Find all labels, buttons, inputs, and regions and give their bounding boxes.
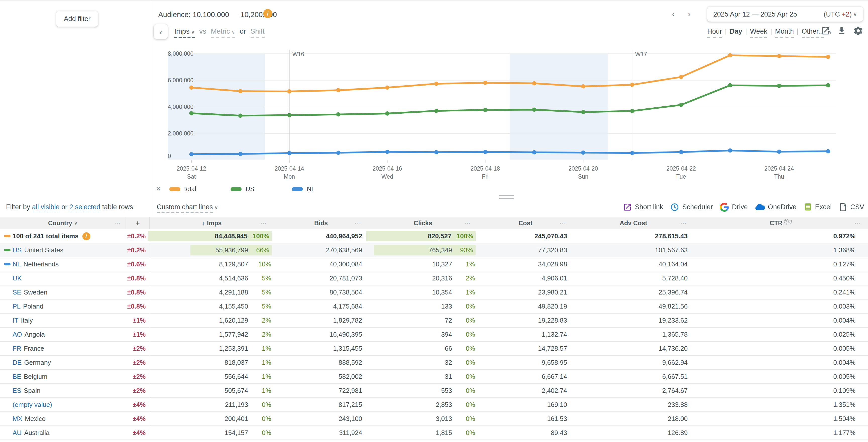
adv-cost-cell: 126.89 — [573, 426, 694, 440]
column-header-clicks[interactable]: Clicks ⋯ — [368, 217, 478, 229]
country-name: France — [24, 345, 44, 352]
shortlink-icon — [623, 202, 632, 211]
secondary-metric-dropdown[interactable]: Metric∨ — [211, 27, 235, 38]
country-code-link[interactable]: FR — [12, 345, 21, 352]
formula-icon: f(x) — [784, 218, 792, 224]
granularity-month[interactable]: Month — [775, 28, 794, 38]
table-row[interactable]: FRFrance±2%1,253,3911%1,315,455660%14,72… — [0, 342, 868, 356]
table-row[interactable]: ESSpain±2%505,6741%722,9815530%2,402.742… — [0, 384, 868, 398]
adv-cost-cell: 49,821.56 — [573, 300, 694, 313]
country-name: Spain — [24, 387, 41, 394]
adv-cost-cell: 40,164.04 — [573, 258, 694, 271]
column-menu-icon[interactable]: ⋯ — [260, 219, 267, 227]
table-row[interactable]: BEBelgium±2%556,6441%582,002310%6,667.14… — [0, 370, 868, 384]
delta-value: ±0.8% — [127, 288, 146, 296]
column-header-cost[interactable]: Cost ⋯ — [478, 217, 573, 229]
excel-button[interactable]: Excel — [803, 203, 832, 211]
close-icon[interactable]: ✕ — [156, 185, 161, 193]
table-row[interactable]: PLPoland±0.8%4,155,4505%4,175,6841330%49… — [0, 300, 868, 313]
prev-period-button[interactable]: ‹ — [670, 9, 677, 19]
country-code-link[interactable]: IT — [12, 316, 18, 324]
filter-selected-link[interactable]: 2 selected — [69, 203, 100, 212]
table-row[interactable]: NLNetherlands±0.6%8,129,80710%40,300,084… — [0, 258, 868, 271]
country-code-link[interactable]: MX — [12, 415, 22, 422]
date-range-picker[interactable]: 2025 Apr 12 — 2025 Apr 25 (UTC +2) ∨ — [707, 6, 863, 22]
svg-text:2025-04-20: 2025-04-20 — [568, 165, 598, 172]
utc-offset: (UTC +2) — [824, 10, 852, 18]
collapse-panel-button[interactable]: ‹ — [154, 24, 168, 39]
svg-text:2025-04-22: 2025-04-22 — [666, 165, 696, 172]
add-filter-button[interactable]: Add filter — [56, 11, 98, 27]
open-in-new-icon[interactable] — [821, 26, 830, 36]
granularity-week[interactable]: Week — [750, 28, 767, 38]
csv-button[interactable]: CSV — [839, 203, 864, 211]
table-row[interactable]: AOAngola±1%1,577,9422%16,490,3953940%1,1… — [0, 328, 868, 342]
table-row[interactable]: AUAustralia±4%154,1570%311,9241,8150%89.… — [0, 426, 868, 440]
info-icon[interactable]: i — [263, 9, 272, 18]
timeseries-chart[interactable]: 02,000,0004,000,0006,000,0008,000,000W16… — [151, 43, 868, 186]
short-link-button[interactable]: Short link — [623, 202, 663, 211]
table-row[interactable]: USUnited States±0.2%55,936,79966%270,638… — [0, 243, 868, 258]
granularity-day[interactable]: Day — [730, 28, 742, 37]
country-code-link[interactable]: SE — [12, 288, 21, 296]
onedrive-icon — [755, 203, 765, 211]
table-row[interactable]: (empty value)±4%211,1930%817,2152,8530%1… — [0, 398, 868, 412]
column-header-country[interactable]: Country∨ ⋯ — [0, 217, 126, 229]
table-row[interactable]: 100 of 241 total itemsi±0.2%84,448,94510… — [0, 229, 868, 243]
column-header-imps[interactable]: ↓ Imps ⋯ — [150, 217, 274, 229]
row-series-swatch — [4, 361, 10, 364]
column-menu-icon[interactable]: ⋯ — [354, 219, 361, 227]
column-menu-icon[interactable]: ⋯ — [560, 219, 566, 227]
country-code-link[interactable]: NL — [12, 260, 21, 268]
country-code-link[interactable]: PL — [12, 303, 21, 310]
imps-cell: 1,620,1292% — [150, 313, 274, 327]
ctr-cell: 1.177% — [694, 426, 868, 440]
column-menu-icon[interactable]: ⋯ — [855, 219, 861, 227]
add-column-button[interactable]: + — [126, 217, 150, 229]
country-code-link[interactable]: US — [12, 246, 22, 254]
bids-cell: 1,315,455 — [274, 342, 368, 355]
ctr-cell: 0.004% — [694, 313, 868, 327]
country-code-link[interactable]: AU — [12, 429, 22, 437]
clicks-cell: 20,3162% — [368, 271, 478, 285]
country-name: Italy — [21, 316, 33, 324]
shift-option[interactable]: Shift — [250, 27, 265, 38]
country-code-link[interactable]: AO — [12, 331, 22, 338]
gear-icon[interactable] — [853, 26, 864, 36]
primary-metric-dropdown[interactable]: Imps∨ — [174, 27, 195, 38]
custom-chart-lines-dropdown[interactable]: Custom chart lines∨ — [157, 203, 218, 211]
column-menu-icon[interactable]: ⋯ — [680, 219, 687, 227]
column-header-bids[interactable]: Bids ⋯ — [274, 217, 368, 229]
country-code-link[interactable]: BE — [12, 373, 21, 380]
adv-cost-cell: 101,567.63 — [573, 243, 694, 257]
table-row[interactable]: ITItaly±1%1,620,1292%1,829,782720%19,228… — [0, 313, 868, 328]
drive-button[interactable]: Drive — [720, 202, 748, 211]
country-code-link[interactable]: UK — [12, 274, 22, 282]
legend-item-us[interactable]: US — [230, 185, 270, 193]
table-row[interactable]: UK±0.8%4,514,6365%20,781,07320,3162%4,90… — [0, 271, 868, 285]
legend-item-nl[interactable]: NL — [292, 185, 331, 193]
cost-cell: 89.43 — [478, 426, 573, 440]
next-period-button[interactable]: › — [686, 9, 693, 19]
bids-cell: 80,738,504 — [274, 285, 368, 299]
info-icon[interactable]: i — [82, 232, 90, 240]
country-code-link[interactable]: ES — [12, 387, 21, 394]
column-header-adv-cost[interactable]: Adv Cost ⋯ — [573, 217, 694, 229]
table-row[interactable]: SESweden±0.8%4,291,1885%80,738,50410,354… — [0, 285, 868, 300]
column-header-ctr[interactable]: CTRf(x) ⋯ — [694, 217, 868, 229]
column-menu-icon[interactable]: ⋯ — [464, 219, 471, 227]
country-code-link[interactable]: DE — [12, 359, 22, 366]
filter-all-visible-link[interactable]: all visible — [32, 203, 60, 212]
granularity-hour[interactable]: Hour — [707, 28, 722, 38]
legend-item-total[interactable]: total — [169, 185, 209, 193]
download-icon[interactable] — [837, 26, 846, 36]
resize-handle[interactable] — [499, 195, 515, 201]
svg-text:6,000,000: 6,000,000 — [168, 77, 193, 83]
table-row[interactable]: MXMexico±4%200,4010%243,1003,0130%161.53… — [0, 412, 868, 426]
column-menu-icon[interactable]: ⋯ — [114, 219, 121, 227]
scheduler-button[interactable]: Scheduler — [670, 202, 713, 211]
onedrive-button[interactable]: OneDrive — [755, 203, 797, 211]
table-row[interactable]: DEGermany±2%818,0371%888,592320%9,658.95… — [0, 356, 868, 370]
row-series-swatch — [4, 235, 10, 237]
bids-cell: 722,981 — [274, 384, 368, 397]
